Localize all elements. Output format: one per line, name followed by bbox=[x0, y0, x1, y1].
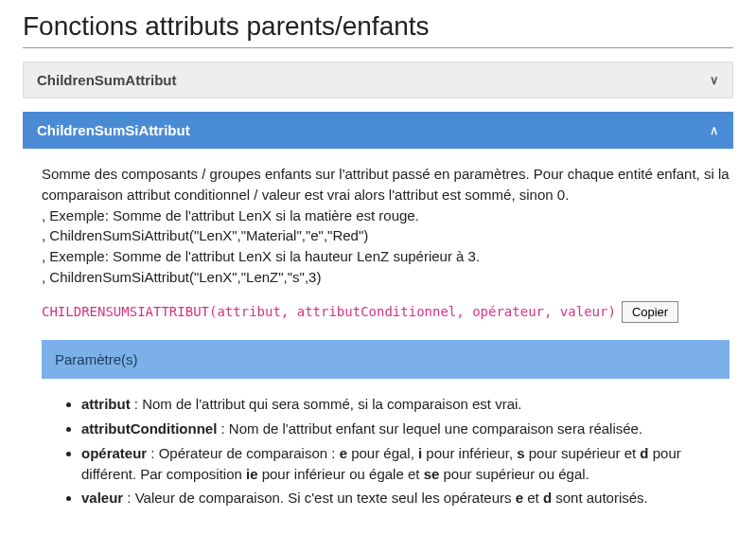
param-token: d bbox=[640, 445, 648, 461]
parameter-item: attributConditionnel : Nom de l'attribut… bbox=[81, 419, 712, 439]
parameters-heading: Paramètre(s) bbox=[42, 340, 730, 380]
function-signature: CHILDRENSUMSIATTRIBUT(attribut, attribut… bbox=[42, 302, 616, 321]
description-line: , ChildrenSumSiAttribut("LenX","Material… bbox=[42, 225, 730, 246]
chevron-down-icon: ∨ bbox=[710, 73, 719, 87]
description-line: Somme des composants / groupes enfants s… bbox=[42, 164, 730, 205]
param-token: se bbox=[424, 466, 440, 482]
param-name: opérateur bbox=[81, 445, 147, 461]
param-token: e bbox=[340, 445, 347, 461]
param-token: i bbox=[418, 445, 422, 461]
section-childrensumattribut[interactable]: ChildrenSumAttribut ∨ bbox=[23, 62, 733, 98]
description-line: , Exemple: Somme de l'attribut LenX si l… bbox=[42, 246, 730, 267]
param-token: ie bbox=[246, 466, 258, 482]
param-desc: : Nom de l'attribut qui sera sommé, si l… bbox=[131, 396, 522, 412]
parameter-item: opérateur : Opérateur de comparaison : e… bbox=[81, 443, 712, 485]
section-label: ChildrenSumAttribut bbox=[37, 72, 177, 88]
section-childrensumsiattribut[interactable]: ChildrenSumSiAttribut ∧ bbox=[23, 112, 733, 149]
param-token: s bbox=[517, 445, 524, 461]
param-desc: e et d sont autorisés. bbox=[516, 490, 648, 506]
param-token: e bbox=[516, 490, 523, 506]
page-title: Fonctions attributs parents/enfants bbox=[23, 11, 733, 42]
parameters-list: attribut : Nom de l'attribut qui sera so… bbox=[64, 394, 730, 508]
param-pre: : Valeur de comparaison. Si c'est un tex… bbox=[123, 490, 515, 506]
parameter-item: valeur : Valeur de comparaison. Si c'est… bbox=[81, 488, 712, 508]
section-label: ChildrenSumSiAttribut bbox=[37, 122, 190, 138]
chevron-up-icon: ∧ bbox=[710, 123, 719, 137]
param-pre: : Opérateur de comparaison : bbox=[147, 445, 339, 461]
param-token: d bbox=[543, 490, 552, 506]
section-body: Somme des composants / groupes enfants s… bbox=[23, 149, 733, 508]
description-line: , ChildrenSumSiAttribut("LenX","LenZ","s… bbox=[42, 267, 730, 288]
param-name: attribut bbox=[81, 396, 131, 412]
param-name: valeur bbox=[81, 490, 123, 506]
description-line: , Exemple: Somme de l'attribut LenX si l… bbox=[42, 205, 730, 226]
copy-button[interactable]: Copier bbox=[622, 301, 678, 323]
param-name: attributConditionnel bbox=[81, 420, 217, 437]
parameter-item: attribut : Nom de l'attribut qui sera so… bbox=[81, 394, 712, 415]
param-desc: : Nom de l'attribut enfant sur lequel un… bbox=[217, 420, 642, 437]
title-rule bbox=[23, 47, 733, 48]
